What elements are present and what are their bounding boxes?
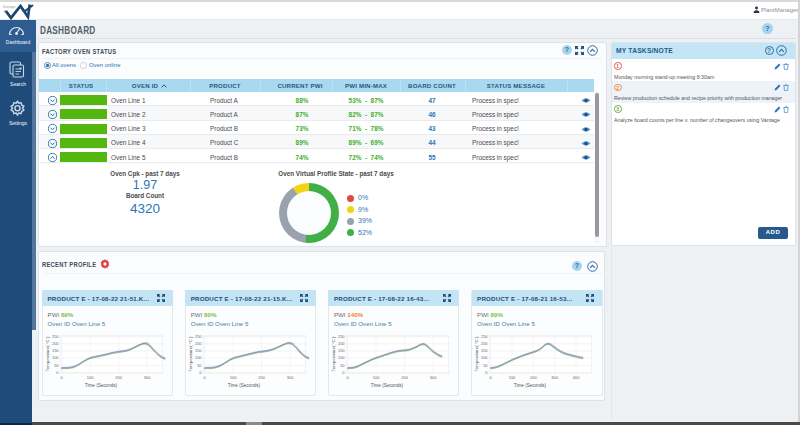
svg-text:150: 150 [481,348,488,353]
svg-text:400: 400 [573,374,580,379]
svg-text:0: 0 [60,374,63,379]
svg-text:300: 300 [286,374,293,379]
svg-text:200: 200 [51,341,58,346]
svg-text:0: 0 [485,369,488,374]
svg-text:300: 300 [430,374,437,379]
svg-text:Temperature( °C ): Temperature( °C ) [44,336,49,371]
svg-text:250: 250 [481,334,488,339]
svg-text:100: 100 [338,355,345,360]
svg-text:Time (Seconds): Time (Seconds) [514,382,547,387]
svg-text:100: 100 [229,374,236,379]
svg-text:150: 150 [338,348,345,353]
svg-text:Vantage: Vantage [3,5,16,9]
svg-text:0: 0 [490,374,493,379]
svg-text:100: 100 [86,374,93,379]
svg-text:50: 50 [197,362,202,367]
svg-text:100: 100 [373,374,380,379]
svg-text:300: 300 [551,374,558,379]
svg-text:Temperature( °C ): Temperature( °C ) [330,336,335,371]
svg-text:0: 0 [199,369,202,374]
svg-text:50: 50 [340,362,345,367]
svg-text:Time (Seconds): Time (Seconds) [84,382,117,387]
svg-text:100: 100 [51,355,58,360]
svg-text:0: 0 [56,369,59,374]
svg-text:200: 200 [115,374,122,379]
svg-text:200: 200 [195,341,202,346]
svg-text:250: 250 [195,334,202,339]
svg-text:50: 50 [54,362,59,367]
svg-text:150: 150 [195,348,202,353]
svg-text:100: 100 [481,355,488,360]
svg-text:200: 200 [530,374,537,379]
svg-text:250: 250 [338,334,345,339]
svg-text:200: 200 [338,341,345,346]
svg-text:100: 100 [509,374,516,379]
svg-text:Temperature( °C ): Temperature( °C ) [474,336,479,371]
svg-text:Time (Seconds): Time (Seconds) [371,382,404,387]
svg-text:100: 100 [195,355,202,360]
svg-text:300: 300 [143,374,150,379]
svg-text:50: 50 [483,362,488,367]
svg-text:0: 0 [346,374,349,379]
svg-text:0: 0 [203,374,206,379]
svg-text:200: 200 [481,341,488,346]
svg-text:Temperature( °C ): Temperature( °C ) [187,336,192,371]
svg-text:200: 200 [401,374,408,379]
svg-text:200: 200 [258,374,265,379]
svg-text:0: 0 [342,369,345,374]
svg-text:250: 250 [51,334,58,339]
svg-text:150: 150 [51,348,58,353]
svg-text:Time (Seconds): Time (Seconds) [228,382,261,387]
